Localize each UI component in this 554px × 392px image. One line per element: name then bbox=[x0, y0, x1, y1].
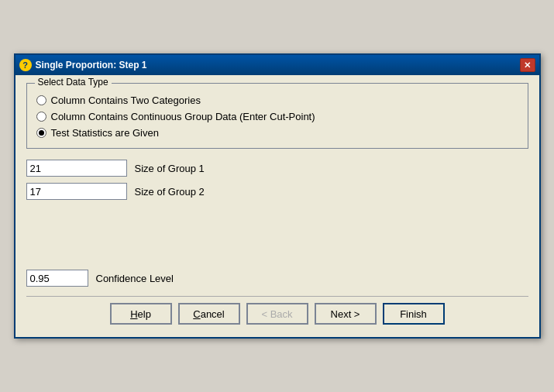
group-box-legend: Select Data Type bbox=[35, 77, 112, 88]
radio-group: Column Contains Two Categories Column Co… bbox=[36, 95, 518, 139]
group1-row: Size of Group 1 bbox=[26, 160, 528, 177]
group1-input[interactable] bbox=[26, 160, 127, 177]
spacer bbox=[26, 208, 528, 270]
title-bar-left: ? Single Proportion: Step 1 bbox=[19, 59, 147, 71]
main-window: ? Single Proportion: Step 1 ✕ Select Dat… bbox=[14, 53, 541, 339]
radio-button-1[interactable] bbox=[36, 95, 46, 105]
group1-label: Size of Group 1 bbox=[135, 163, 205, 174]
radio-label-2: Column Contains Continuous Group Data (E… bbox=[51, 111, 315, 122]
radio-button-2[interactable] bbox=[36, 112, 46, 122]
help-button[interactable]: Help bbox=[110, 303, 172, 325]
back-button[interactable]: < Back bbox=[246, 303, 308, 325]
radio-item-3[interactable]: Test Statistics are Given bbox=[36, 127, 518, 139]
window-icon: ? bbox=[19, 59, 32, 71]
confidence-input[interactable] bbox=[26, 270, 88, 287]
radio-label-1: Column Contains Two Categories bbox=[51, 95, 201, 106]
help-label: Help bbox=[130, 308, 151, 320]
radio-label-3: Test Statistics are Given bbox=[51, 127, 159, 139]
cancel-label: Cancel bbox=[193, 308, 224, 320]
confidence-label: Confidence Level bbox=[96, 273, 174, 284]
finish-button[interactable]: Finish bbox=[383, 303, 445, 325]
close-button[interactable]: ✕ bbox=[520, 58, 535, 72]
window-title: Single Proportion: Step 1 bbox=[36, 60, 147, 70]
radio-button-3[interactable] bbox=[36, 128, 46, 138]
confidence-section: Confidence Level bbox=[26, 270, 528, 287]
next-button[interactable]: Next > bbox=[315, 303, 377, 325]
window-body: Select Data Type Column Contains Two Cat… bbox=[15, 75, 539, 337]
next-label: Next > bbox=[331, 308, 360, 320]
radio-item-2[interactable]: Column Contains Continuous Group Data (E… bbox=[36, 111, 518, 122]
input-section: Size of Group 1 Size of Group 2 bbox=[26, 160, 528, 200]
group2-label: Size of Group 2 bbox=[135, 186, 205, 198]
title-bar: ? Single Proportion: Step 1 ✕ bbox=[15, 55, 539, 75]
button-bar: Help Cancel < Back Next > Finish bbox=[26, 296, 528, 329]
cancel-button[interactable]: Cancel bbox=[178, 303, 240, 325]
group2-input[interactable] bbox=[26, 183, 127, 200]
radio-item-1[interactable]: Column Contains Two Categories bbox=[36, 95, 518, 106]
group2-row: Size of Group 2 bbox=[26, 183, 528, 200]
finish-label: Finish bbox=[400, 308, 427, 320]
data-type-group: Select Data Type Column Contains Two Cat… bbox=[26, 83, 528, 149]
back-label: < Back bbox=[261, 308, 292, 320]
